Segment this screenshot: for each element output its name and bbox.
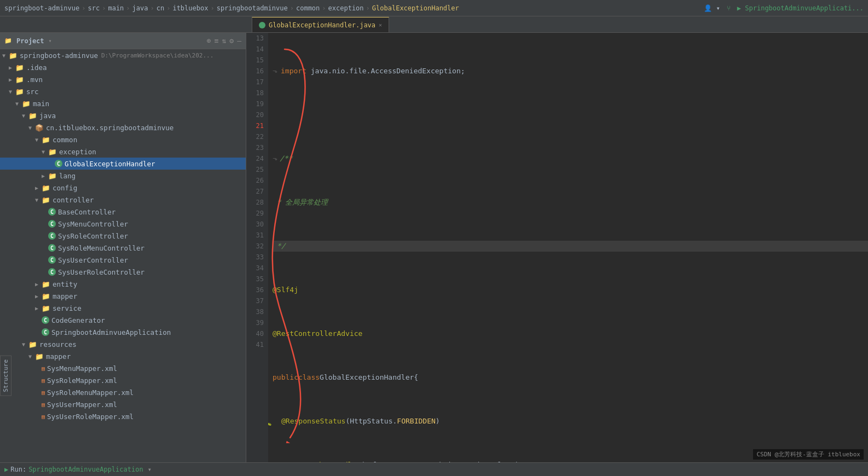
tree-item-lang[interactable]: ▶ 📁 lang [0,170,246,182]
tree-item-springboot-app[interactable]: C SpringbootAdminvueApplication [0,326,246,338]
tree-item-sysuser-controller[interactable]: C SysUserController [0,254,246,266]
codegenerator-label: CodeGenerator [51,316,105,324]
sysrole-controller-label: SysRoleController [58,232,128,240]
main-content: 📁 Project ▾ ⊕ ≡ ⇅ ⚙ — ▼ 📁 springboot-adm… [0,33,868,476]
settings-icon[interactable]: ⚙ [229,37,234,45]
line-num-14: 14 [246,44,264,55]
entity-arrow: ▶ [35,281,42,287]
service-label: service [53,304,82,312]
tree-item-sysmenu-controller[interactable]: C SysMenuController [0,218,246,230]
tree-item-codegenerator[interactable]: C CodeGenerator [0,314,246,326]
list-icon[interactable]: ≡ [215,37,219,45]
base-controller-label: BaseController [58,208,115,216]
src-label: src [26,88,39,96]
breadcrumb-springboot-adminvue[interactable]: springboot-adminvue [4,4,79,12]
run-icon: ▶ [4,466,8,473]
lang-label: lang [59,172,76,180]
service-arrow: ▶ [35,305,42,311]
mvn-icon: 📁 [15,76,24,84]
sysuserrole-mapper-xml-label: SysUserRoleMapper.xml [47,413,134,421]
tree-item-idea[interactable]: ▶ 📁 .idea [0,61,246,73]
run-bar-app[interactable]: SpringbootAdminvueApplication [28,466,143,473]
breadcrumb-src[interactable]: src [88,4,100,12]
breadcrumb-java[interactable]: java [132,4,148,12]
line-num-18: 18 [246,88,264,98]
sysrolemenu-mapper-xml-icon: ▤ [42,390,45,396]
java-dir-label: java [39,112,56,120]
tree-item-sysrolemenu-controller[interactable]: C SysRoleMenuController [0,242,246,254]
tree-item-controller[interactable]: ▼ 📁 controller [0,194,246,206]
top-breadcrumb-bar: springboot-adminvue › src › main › java … [0,0,868,16]
entity-icon: 📁 [42,280,50,288]
config-icon: 📁 [42,184,50,192]
app-run-label[interactable]: ▶ SpringbootAdminvueApplicati... [737,4,864,12]
hide-icon[interactable]: — [237,37,241,45]
mvn-label: .mvn [26,76,43,84]
package-arrow: ▼ [28,125,35,131]
tree-item-sysrolemenu-mapper-xml[interactable]: ▤ SysRoleMenuMapper.xml [0,386,246,398]
tab-globalexceptionhandler[interactable]: GlobalExceptionHandler.java ✕ [252,17,389,32]
resources-arrow: ▼ [22,341,28,347]
breadcrumb-exception[interactable]: exception [328,4,364,12]
code-line-16: * 全局异常处理 [273,197,868,208]
mapper-arrow: ▶ [35,293,42,299]
tree-item-sysuser-mapper-xml[interactable]: ▤ SysUserMapper.xml [0,398,246,410]
idea-arrow: ▶ [9,65,15,71]
tree-item-common[interactable]: ▼ 📁 common [0,133,246,146]
breadcrumb-springbootadminvue[interactable]: springbootadminvue [217,4,288,12]
tree-item-config[interactable]: ▶ 📁 config [0,182,246,194]
tree-item-service[interactable]: ▶ 📁 service [0,302,246,314]
sort-icon[interactable]: ⇅ [222,37,227,45]
tree-item-src[interactable]: ▼ 📁 src [0,85,246,97]
tree-item-sysmenu-mapper-xml[interactable]: ▤ SysMenuMapper.xml [0,362,246,374]
code-content-area[interactable]: ⬎import java.nio.file.AccessDeniedExcept… [268,33,868,476]
line-num-33: 33 [246,252,264,263]
config-arrow: ▶ [35,185,42,191]
tree-item-sysuserrole-mapper-xml[interactable]: ▤ SysUserRoleMapper.xml [0,410,246,422]
account-icon[interactable]: 👤 ▾ [704,4,720,12]
breadcrumb-itbluebox[interactable]: itbluebox [172,4,208,12]
tree-item-mvn[interactable]: ▶ 📁 .mvn [0,73,246,85]
tab-close-button[interactable]: ✕ [379,22,382,28]
mapper-label: mapper [53,292,77,300]
project-dropdown-arrow[interactable]: ▾ [49,38,52,44]
vcs-icon[interactable]: ⑂ [727,4,731,12]
line-num-40: 40 [246,328,264,339]
tree-item-sysrole-controller[interactable]: C SysRoleController [0,230,246,242]
tree-item-java[interactable]: ▼ 📁 java [0,109,246,121]
code-editor[interactable]: 13 14 15 16 17 18 19 20 21 22 23 24 25 2… [246,33,868,476]
tree-item-global-exception-handler[interactable]: C GlobalExceptionHandler [0,158,246,170]
tree-item-base-controller[interactable]: C BaseController [0,206,246,218]
run-bar-chevron: ▾ [148,466,152,473]
breadcrumb-main[interactable]: main [108,4,124,12]
line-num-39: 39 [246,317,264,328]
base-controller-icon: C [48,208,56,216]
tree-item-exception[interactable]: ▼ 📁 exception [0,146,246,158]
code-line-18: @Slf4j [273,285,868,295]
breadcrumb-cn[interactable]: cn [157,4,164,12]
sysuserrole-controller-label: SysUserRoleController [58,268,144,276]
breadcrumb-globalexceptionhandler[interactable]: GlobalExceptionHandler [372,4,459,12]
tree-item-mapper[interactable]: ▶ 📁 mapper [0,290,246,302]
tree-item-resources-mapper[interactable]: ▼ 📁 mapper [0,350,246,362]
line-num-20: 20 [246,109,264,120]
springboot-app-label: SpringbootAdminvueApplication [51,328,171,336]
tree-item-sysrole-mapper-xml[interactable]: ▤ SysRoleMapper.xml [0,374,246,386]
line-num-17: 17 [246,77,264,88]
project-header-icons: ⊕ ≡ ⇅ ⚙ — [207,37,241,45]
tree-item-sysuserrole-controller[interactable]: C SysUserRoleController [0,266,246,278]
watermark: CSDN @北芳科技-蓝盒子 itbluebox [753,449,864,460]
tree-item-entity[interactable]: ▶ 📁 entity [0,278,246,290]
tree-item-package[interactable]: ▼ 📦 cn.itbluebox.springbootadminvue [0,121,246,133]
breadcrumb-common[interactable]: common [296,4,320,12]
project-tree-panel: 📁 Project ▾ ⊕ ≡ ⇅ ⚙ — ▼ 📁 springboot-adm… [0,33,246,476]
controller-label: controller [53,196,94,204]
lang-icon: 📁 [48,172,57,180]
idea-label: .idea [26,63,47,72]
locate-icon[interactable]: ⊕ [207,37,211,45]
line-num-21: 21 [246,120,264,131]
tree-item-resources[interactable]: ▼ 📁 resources [0,338,246,350]
tree-root[interactable]: ▼ 📁 springboot-adminvue D:\ProgramWorksp… [0,49,246,61]
tree-item-main[interactable]: ▼ 📁 main [0,97,246,109]
structure-side-tab[interactable]: Structure [0,356,11,396]
